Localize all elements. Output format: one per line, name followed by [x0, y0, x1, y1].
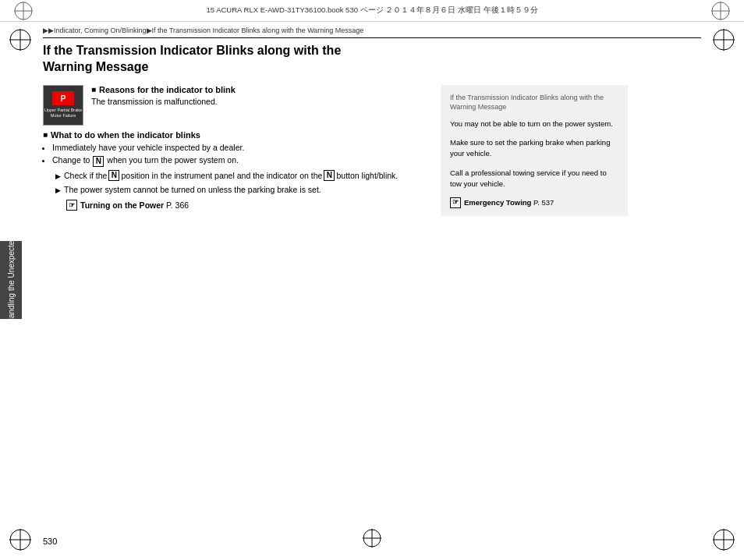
- section2-block: What to do when the indicator blinks Imm…: [43, 130, 425, 211]
- page-number: 530: [43, 537, 57, 546]
- ref-icon-power: ☞: [66, 200, 77, 211]
- section2-header: What to do when the indicator blinks: [43, 130, 425, 140]
- right-col-para1: You may not be able to turn on the power…: [450, 119, 618, 129]
- ref-icon-towing: ☞: [450, 197, 461, 208]
- main-content: If the Transmission Indicator Blinks alo…: [43, 43, 701, 521]
- bullet-item-2: Change to N when you turn the power syst…: [52, 154, 425, 167]
- warn-icon-p: P: [52, 91, 74, 105]
- side-tab-label: Handling the Unexpected: [7, 236, 16, 324]
- left-column: P Upper Partial BrakeMotor Failure Reaso…: [43, 85, 425, 217]
- warning-image: P Upper Partial BrakeMotor Failure: [43, 85, 83, 126]
- right-col-para2: Make sure to set the parking brake when …: [450, 137, 618, 160]
- page-container: 15 ACURA RLX E-AWD-31TY36100.book 530 ペー…: [0, 0, 744, 560]
- right-col-para3: Call a professional towing service if yo…: [450, 168, 618, 190]
- reg-mark-tr: [711, 27, 736, 52]
- page-title: If the Transmission Indicator Blinks alo…: [43, 43, 417, 76]
- reg-mark-bl: [8, 527, 33, 552]
- print-header: 15 ACURA RLX E-AWD-31TY36100.book 530 ペー…: [0, 0, 744, 22]
- bullet-item-1: Immediately have your vehicle inspected …: [52, 141, 425, 154]
- breadcrumb: ▶▶Indicator, Coming On/Blinking▶If the T…: [43, 22, 701, 38]
- n-box-2: N: [108, 170, 119, 181]
- bottom-center-mark: [361, 527, 383, 551]
- content-columns: P Upper Partial BrakeMotor Failure Reaso…: [43, 85, 701, 217]
- n-box-3: N: [324, 170, 335, 181]
- ref-label-towing: Emergency Towing P. 537: [464, 197, 554, 208]
- arrow-item-1: Check if the N position in the instrumen…: [55, 170, 425, 183]
- print-header-text: 15 ACURA RLX E-AWD-31TY36100.book 530 ペー…: [34, 5, 710, 16]
- n-box-1: N: [93, 156, 104, 167]
- side-tab: Handling the Unexpected: [0, 241, 22, 319]
- right-col-ref: ☞ Emergency Towing P. 537: [450, 197, 618, 208]
- bullet-list: Immediately have your vehicle inspected …: [52, 141, 425, 168]
- ref-label-power: Turning on the Power P. 366: [80, 200, 189, 210]
- right-col-title: If the Transmission Indicator Blinks alo…: [450, 93, 618, 112]
- ref-link-power: ☞ Turning on the Power P. 366: [66, 200, 425, 211]
- section1-block: P Upper Partial BrakeMotor Failure Reaso…: [43, 85, 425, 130]
- right-column: If the Transmission Indicator Blinks alo…: [441, 85, 628, 217]
- header-crosshair-left: [12, 0, 34, 22]
- arrow-item-2: The power system cannot be turned on unl…: [55, 184, 425, 197]
- section1-header: Reasons for the indicator to blink: [91, 85, 425, 94]
- reg-mark-br: [711, 527, 736, 552]
- reg-mark-tl: [8, 27, 33, 52]
- header-crosshair-right: [710, 0, 732, 22]
- section1-body: The transmission is malfunctioned.: [43, 96, 425, 108]
- warn-text: Upper Partial BrakeMotor Failure: [44, 107, 83, 119]
